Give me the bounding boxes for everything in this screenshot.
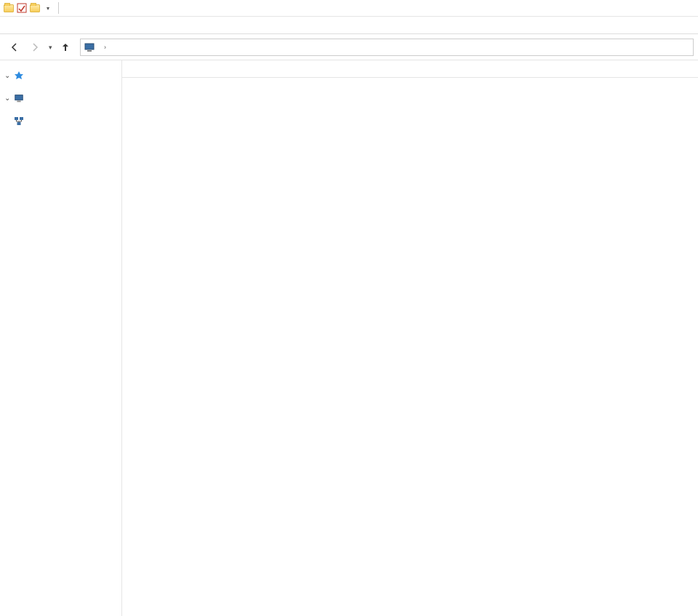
svg-rect-0: [17, 4, 26, 12]
recent-dropdown[interactable]: ▾: [45, 37, 55, 57]
svg-rect-7: [17, 122, 21, 125]
svg-rect-2: [87, 50, 92, 52]
network-header[interactable]: ›: [0, 113, 121, 128]
main-area: ⌄ ⌄ ›: [0, 60, 698, 616]
ribbon-tabs: [0, 17, 698, 34]
chevron-down-icon: ⌄: [4, 71, 12, 79]
address-bar[interactable]: ›: [80, 39, 694, 56]
chevron-down-icon: ⌄: [4, 94, 12, 102]
svg-rect-6: [20, 117, 23, 120]
svg-rect-1: [85, 44, 94, 49]
column-headers[interactable]: [122, 60, 698, 78]
back-button[interactable]: [4, 37, 25, 57]
folder-app-icon: [3, 2, 15, 14]
svg-rect-3: [15, 95, 23, 100]
navigation-pane: ⌄ ⌄ ›: [0, 60, 122, 616]
this-pc-header[interactable]: ⌄: [0, 90, 121, 105]
navigation-row: ▾ ›: [0, 34, 698, 60]
separator: [58, 2, 59, 14]
title-bar: ▾: [0, 0, 698, 17]
qat-dropdown-icon[interactable]: ▾: [42, 2, 54, 14]
svg-rect-5: [15, 117, 18, 120]
up-button[interactable]: [55, 37, 76, 57]
network-icon: [13, 115, 25, 127]
pc-icon: [13, 92, 25, 104]
file-list: [122, 60, 698, 616]
quick-access-header[interactable]: ⌄: [0, 68, 121, 83]
pc-icon: [84, 41, 95, 53]
forward-button[interactable]: [25, 37, 45, 57]
svg-rect-4: [17, 100, 20, 102]
properties-qat-icon[interactable]: [16, 2, 28, 14]
breadcrumb-chevron[interactable]: ›: [97, 39, 109, 55]
new-folder-qat-icon[interactable]: [29, 2, 41, 14]
quick-access-icon: [13, 70, 25, 81]
